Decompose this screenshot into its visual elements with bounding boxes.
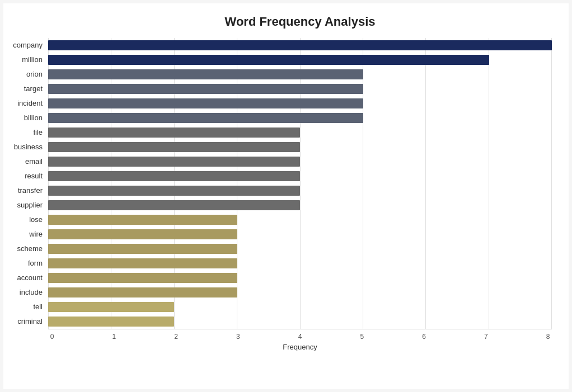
bar-row: million [48,54,552,66]
x-tick: 5 [358,333,366,341]
bar-row: lose [48,214,552,226]
bar-label: company [3,41,48,49]
bar [48,273,237,283]
chart-container: Word Frequency Analysis companymillionor… [3,3,569,389]
bar-label: incident [3,99,48,107]
bar [48,186,300,196]
x-axis: 012345678 Frequency [48,329,552,351]
x-tick: 6 [420,333,428,341]
bar-row: scheme [48,243,552,255]
x-tick: 7 [482,333,490,341]
bar [48,84,363,94]
bar-label: orion [3,70,48,78]
bar [48,98,363,108]
x-tick: 0 [48,333,56,341]
bar [48,287,237,297]
bar-row: criminal [48,315,552,328]
bar-label: form [3,259,48,267]
x-tick: 3 [234,333,242,341]
x-tick: 4 [296,333,304,341]
x-tick: 8 [544,333,552,341]
x-tick: 2 [172,333,180,341]
bar [48,55,489,65]
bar-row: tell [48,301,552,313]
x-ticks: 012345678 [48,329,552,341]
bar [48,200,300,210]
bar-row: form [48,257,552,270]
bar [48,113,363,123]
bar-row: account [48,272,552,284]
x-axis-label: Frequency [48,343,552,351]
bar-label: tell [3,303,48,311]
bar-label: account [3,273,48,282]
bar-label: target [3,84,48,93]
bar-row: supplier [48,199,552,211]
bar [48,244,237,254]
bar [48,142,300,152]
bar-label: million [3,55,48,64]
bar-row: incident [48,97,552,110]
bars-wrapper: companymillionoriontargetincidentbillion… [48,38,552,329]
bar-row: file [48,126,552,139]
bar-label: lose [3,215,48,224]
bar-label: criminal [3,317,48,325]
bar [48,127,300,138]
bar-row: billion [48,112,552,124]
bar-label: business [3,143,48,151]
bar-row: business [48,141,552,153]
bar-row: target [48,83,552,95]
bar [48,40,552,50]
x-tick: 1 [110,333,118,341]
bar [48,157,300,167]
bar-row: company [48,39,552,51]
bar-label: result [3,172,48,180]
bar-label: transfer [3,186,48,195]
bar-row: result [48,170,552,182]
bar-label: wire [3,230,48,238]
bar [48,229,237,239]
bar-label: file [3,128,48,136]
bar-label: billion [3,114,48,122]
bar [48,258,237,268]
bar [48,215,237,225]
chart-area: companymillionoriontargetincidentbillion… [48,38,552,351]
chart-title: Word Frequency Analysis [48,15,552,29]
bar-row: orion [48,68,552,81]
bar-row: wire [48,228,552,240]
bar-row: transfer [48,185,552,197]
bar [48,317,174,327]
bar-label: include [3,288,48,296]
bar-label: supplier [3,201,48,209]
bar [48,171,300,181]
bar [48,69,363,79]
bar-row: include [48,286,552,299]
bar-label: email [3,157,48,166]
bar-label: scheme [3,244,48,253]
bar-row: email [48,155,552,168]
bar [48,302,174,312]
